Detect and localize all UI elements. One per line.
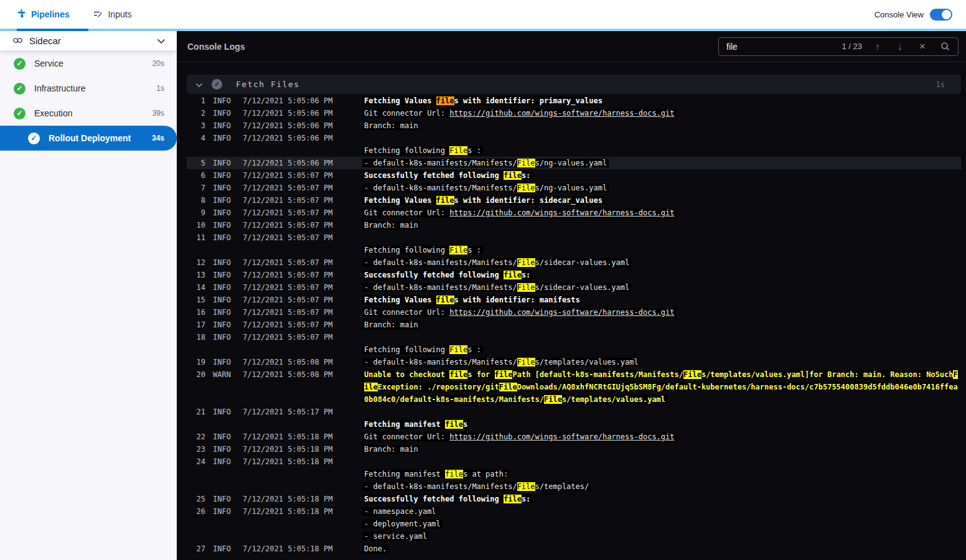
- log-message: ileException: ./repository/gitFileDownlo…: [344, 383, 961, 391]
- log-message: Fetching manifest files: [344, 420, 961, 429]
- search-match: file: [436, 296, 454, 304]
- log-text: s :: [467, 246, 481, 254]
- log-section-header-fetch-files[interactable]: ✓ Fetch Files 1s: [187, 75, 961, 94]
- sidebar-item-rollout-deployment[interactable]: ✓Rollout Deployment34s: [0, 126, 177, 151]
- log-text: s/templates/values.yaml: [562, 395, 665, 404]
- log-message-text: - default-k8s-manifests/Manifests/Files/…: [362, 358, 640, 366]
- search-match-counter: 1 / 23: [842, 42, 862, 51]
- check-circle-icon: ✓: [14, 108, 26, 119]
- sidebar-item-label: Service: [34, 58, 152, 68]
- log-message-text: Fetching manifest files: [362, 420, 469, 429]
- pipelines-icon: [17, 9, 26, 20]
- log-row: - default-k8s-manifests/Manifests/Files/…: [187, 480, 961, 493]
- search-match: File: [517, 258, 535, 267]
- top-bar: Pipelines Inputs Console View: [0, 0, 966, 31]
- log-timestamp: 7/12/2021 5:05:07 PM: [243, 320, 336, 329]
- log-link[interactable]: https://github.com/wings-software/harnes…: [449, 308, 674, 317]
- log-link[interactable]: https://github.com/wings-software/harnes…: [449, 432, 674, 441]
- log-message: Fetching manifest files at path:: [344, 470, 961, 478]
- console-view-label: Console View: [875, 10, 924, 19]
- sidebar-item-label: Execution: [34, 108, 152, 118]
- log-message: Git connector Url: https://github.com/wi…: [344, 308, 961, 317]
- log-text: s :: [467, 146, 481, 155]
- log-timestamp: 7/12/2021 5:05:18 PM: [243, 457, 336, 466]
- log-line-number: 18: [187, 333, 205, 342]
- log-text: Branch: main: [364, 320, 418, 329]
- search-input[interactable]: [726, 42, 833, 52]
- log-row: 7INFO7/12/2021 5:05:07 PM- default-k8s-m…: [187, 182, 961, 194]
- check-circle-icon: ✓: [14, 83, 26, 95]
- close-search-icon[interactable]: ✕: [916, 42, 929, 50]
- log-text: Fetching following: [364, 146, 449, 155]
- log-message-text: Fetching following Files :: [362, 345, 483, 354]
- execution-sidebar: Sidecar ✓Service20s✓Infrastructure1s✓Exe…: [0, 31, 177, 560]
- log-timestamp: 7/12/2021 5:05:08 PM: [243, 358, 336, 366]
- log-message: - default-k8s-manifests/Manifests/Files/…: [344, 258, 961, 267]
- log-level: WARN: [213, 370, 235, 379]
- log-text: - default-k8s-manifests/Manifests/: [364, 184, 517, 192]
- inputs-icon: [93, 9, 103, 21]
- log-row: 22INFO7/12/2021 5:05:18 PMGit connector …: [187, 431, 961, 443]
- tab-inputs[interactable]: Inputs: [93, 9, 131, 21]
- log-text: Unable to checkout: [364, 370, 449, 379]
- log-row: 16INFO7/12/2021 5:05:07 PMGit connector …: [187, 306, 961, 319]
- search-match: File: [517, 184, 535, 192]
- log-line-number: 6: [187, 171, 205, 180]
- log-text: Successfully fetched following: [364, 271, 504, 279]
- log-timestamp: 7/12/2021 5:05:06 PM: [243, 159, 336, 167]
- log-row: 0b084c0/default-k8s-manifests/Manifests/…: [187, 393, 961, 406]
- section-duration: 1s: [936, 80, 952, 89]
- console-view-toggle[interactable]: [930, 9, 952, 21]
- section-chevron-down-icon[interactable]: [195, 79, 203, 90]
- active-tab-underline: [17, 29, 88, 31]
- sidebar-item-execution[interactable]: ✓Execution39s: [0, 101, 177, 126]
- log-text: Git connector Url:: [364, 308, 449, 317]
- log-row: 17INFO7/12/2021 5:05:07 PMBranch: main: [187, 319, 961, 331]
- log-message-text: Git connector Url: https://github.com/wi…: [362, 109, 677, 118]
- log-level: INFO: [213, 296, 235, 304]
- search-match: File: [449, 345, 467, 354]
- log-message-text: Branch: main: [362, 445, 420, 454]
- search-icon[interactable]: [938, 42, 952, 51]
- log-message: - default-k8s-manifests/Manifests/Files/…: [344, 482, 961, 491]
- sidebar-item-service[interactable]: ✓Service20s: [0, 51, 177, 76]
- log-message: Fetching following Files :: [344, 146, 961, 155]
- log-message-text: Done.: [362, 544, 388, 553]
- previous-match-icon[interactable]: ↑: [871, 42, 884, 51]
- log-line-number: 1: [187, 96, 205, 105]
- log-link[interactable]: https://github.com/wings-software/harnes…: [449, 208, 674, 217]
- sidebar-group-sidecar[interactable]: Sidecar: [0, 31, 177, 50]
- search-match: file: [504, 171, 522, 180]
- search-match: File: [544, 395, 562, 404]
- log-level: INFO: [213, 121, 235, 130]
- toggle-knob: [942, 10, 951, 19]
- log-timestamp: 7/12/2021 5:05:07 PM: [243, 221, 336, 230]
- tab-pipelines[interactable]: Pipelines: [17, 9, 69, 20]
- search-match: file: [449, 370, 467, 379]
- log-text: s :: [467, 345, 481, 354]
- log-link[interactable]: https://github.com/wings-software/harnes…: [449, 109, 674, 118]
- log-level: INFO: [213, 208, 235, 217]
- log-line-number: 15: [187, 296, 205, 304]
- log-message: Fetching Values files with identifier: s…: [344, 196, 961, 205]
- log-row: - service.yaml: [187, 530, 961, 543]
- log-text: 0b084c0/default-k8s-manifests/Manifests/: [364, 395, 544, 404]
- tab-inputs-label: Inputs: [108, 9, 131, 19]
- log-level: INFO: [213, 221, 235, 230]
- log-message-text: Fetching following Files :: [362, 146, 483, 155]
- log-message: Fetching following Files :: [344, 246, 961, 254]
- sidebar-item-infrastructure[interactable]: ✓Infrastructure1s: [0, 76, 177, 101]
- log-timestamp: 7/12/2021 5:05:07 PM: [243, 308, 336, 317]
- log-text: Successfully fetched following: [364, 171, 504, 180]
- log-message: Branch: main: [344, 445, 961, 454]
- chevron-down-icon[interactable]: [157, 35, 166, 47]
- console-panel: Console Logs 1 / 23 ↑ ↓ ✕ ✓ Fetch Files …: [177, 31, 966, 560]
- log-timestamp: 7/12/2021 5:05:07 PM: [243, 283, 336, 292]
- log-line-number: 22: [187, 432, 205, 441]
- log-text: Fetching Values: [364, 96, 436, 105]
- log-line-number: 27: [187, 544, 205, 553]
- log-row: Fetching manifest files: [187, 418, 961, 431]
- next-match-icon[interactable]: ↓: [893, 42, 907, 51]
- search-match: File: [517, 482, 535, 491]
- search-match: File: [683, 370, 701, 379]
